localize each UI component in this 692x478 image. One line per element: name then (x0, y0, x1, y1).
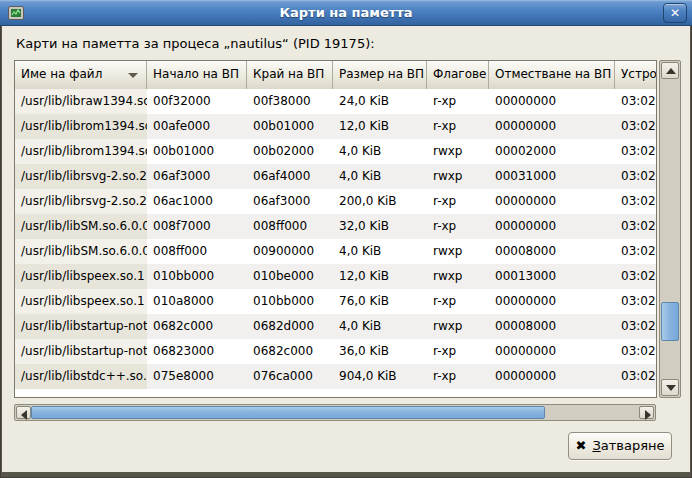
arrow-up-icon (666, 68, 676, 74)
table-row[interactable]: /usr/lib/librsvg-2.so.2 06ac1000 06af300… (15, 189, 656, 214)
horizontal-scrollbar-thumb[interactable] (31, 406, 545, 419)
column-header-vm-offset[interactable]: Отместване на ВП (489, 61, 615, 89)
column-header-vm-end[interactable]: Край на ВП (247, 61, 333, 89)
table-row[interactable]: /usr/lib/libraw1394.so 00f32000 00f38000… (15, 89, 656, 114)
table-row[interactable]: /usr/lib/libstartup-not 0682c000 0682d00… (15, 314, 656, 339)
table-row[interactable]: /usr/lib/librsvg-2.so.2 06af3000 06af400… (15, 164, 656, 189)
table-row[interactable]: /usr/lib/libstartup-not 06823000 0682c00… (15, 339, 656, 364)
table-row[interactable]: /usr/lib/librom1394.so 00b01000 00b02000… (15, 139, 656, 164)
sort-descending-icon (128, 73, 138, 78)
scroll-up-button[interactable] (661, 62, 679, 79)
close-dialog-button[interactable]: ✖Затваряне (568, 432, 672, 460)
scroll-down-button[interactable] (661, 379, 679, 396)
scroll-left-button[interactable] (16, 406, 31, 419)
close-icon: ✕ (670, 6, 680, 20)
table-header-row: Име на файл Начало на ВП Край на ВП Разм… (15, 61, 656, 89)
table-row[interactable]: /usr/lib/libSM.so.6.0.0 008f7000 008ff00… (15, 214, 656, 239)
process-maps-label: Карти на паметта за процеса „nautilus“ (… (16, 36, 375, 51)
table-row[interactable]: /usr/lib/libspeex.so.1 010a8000 010bb000… (15, 289, 656, 314)
column-header-vm-size[interactable]: Размер на ВП (333, 61, 427, 89)
scroll-right-button[interactable] (639, 406, 654, 419)
close-x-icon: ✖ (576, 438, 587, 453)
column-header-filename[interactable]: Име на файл (15, 61, 147, 89)
column-header-device[interactable]: Устройство (615, 61, 656, 89)
vertical-scrollbar[interactable] (659, 60, 681, 398)
close-button-label: атваряне (601, 438, 665, 453)
close-button-accel: З (592, 438, 600, 453)
memory-maps-table: Име на файл Начало на ВП Край на ВП Разм… (14, 60, 657, 398)
arrow-right-icon (645, 410, 651, 420)
column-header-vm-start[interactable]: Начало на ВП (147, 61, 247, 89)
column-header-flags[interactable]: Флагове (427, 61, 489, 89)
vertical-scrollbar-thumb[interactable] (661, 302, 679, 341)
horizontal-scrollbar[interactable] (14, 404, 656, 421)
window-close-button[interactable]: ✕ (663, 3, 687, 23)
table-row[interactable]: /usr/lib/libstdc++.so. 075e8000 076ca000… (15, 364, 656, 389)
memory-maps-dialog: Карти на паметта ✕ Карти на паметта за п… (0, 0, 692, 478)
table-row[interactable]: /usr/lib/libSM.so.6.0.0 008ff000 0090000… (15, 239, 656, 264)
titlebar[interactable]: Карти на паметта ✕ (0, 0, 692, 26)
window-title: Карти на паметта (0, 5, 692, 20)
arrow-down-icon (666, 385, 676, 391)
table-row[interactable]: /usr/lib/librom1394.so 00afe000 00b01000… (15, 114, 656, 139)
arrow-left-icon (21, 410, 27, 420)
table-row[interactable]: /usr/lib/libspeex.so.1 010bb000 010be000… (15, 264, 656, 289)
